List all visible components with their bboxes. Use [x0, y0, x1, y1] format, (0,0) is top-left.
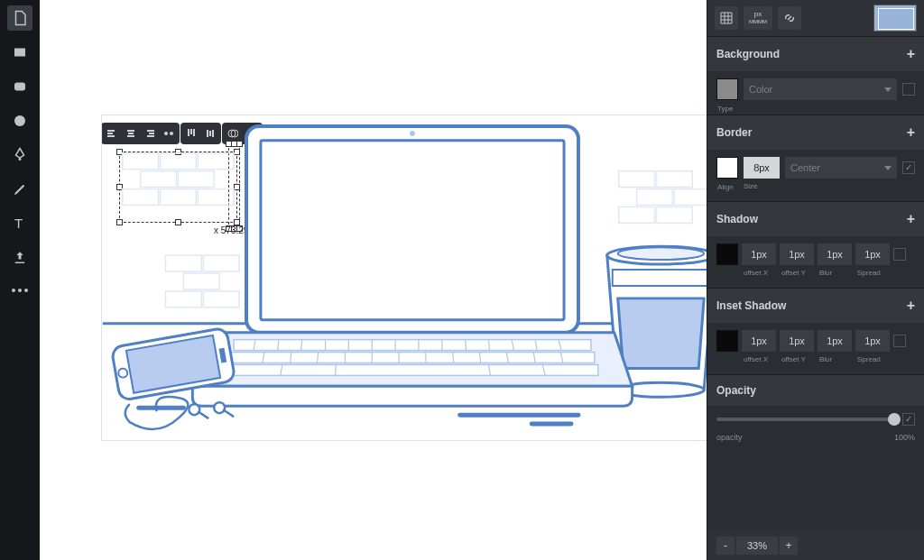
svg-point-91: [214, 402, 225, 413]
opacity-value: 100%: [894, 433, 915, 442]
page-tool[interactable]: [7, 5, 32, 31]
svg-rect-33: [619, 171, 655, 188]
inspector-panel: px MMMM Background + Color: [707, 0, 924, 560]
units-button[interactable]: px MMMM: [744, 6, 772, 30]
shadow-color-swatch[interactable]: [716, 243, 738, 265]
section-title: Opacity: [716, 384, 756, 397]
svg-rect-26: [161, 153, 197, 170]
type-sublabel: Type: [716, 104, 734, 114]
grid-toggle-button[interactable]: [715, 6, 738, 30]
section-title: Background: [716, 48, 780, 60]
navigator-thumbnail[interactable]: [873, 5, 917, 32]
inset-offset-y-input[interactable]: 1px: [780, 330, 814, 352]
section-border: Border + 8px Center S: [707, 115, 924, 201]
illustration: [102, 115, 707, 440]
background-enabled-checkbox[interactable]: [902, 83, 915, 96]
border-color-swatch[interactable]: [716, 157, 738, 179]
inset-shadow-enabled-checkbox[interactable]: [893, 335, 906, 347]
shadow-offset-y-input[interactable]: 1px: [780, 243, 814, 265]
svg-point-52: [410, 131, 415, 136]
section-title: Border: [716, 126, 752, 139]
svg-rect-35: [637, 189, 673, 206]
svg-point-48: [618, 247, 704, 260]
size-sublabel: Size: [744, 182, 780, 190]
opacity-enabled-checkbox[interactable]: [902, 413, 915, 426]
text-tool[interactable]: T: [7, 211, 32, 236]
pencil-tool[interactable]: [7, 177, 32, 202]
add-background-button[interactable]: +: [907, 46, 915, 62]
border-size-input[interactable]: 8px: [744, 157, 780, 179]
inset-offset-x-input[interactable]: 1px: [742, 330, 776, 352]
zoom-value[interactable]: 33%: [736, 537, 778, 555]
svg-rect-54: [230, 353, 595, 363]
svg-rect-36: [674, 189, 707, 206]
svg-rect-25: [123, 153, 159, 170]
section-inset-shadow: Inset Shadow + 1px 1px 1px 1px offset X …: [707, 288, 924, 374]
inset-shadow-color-swatch[interactable]: [716, 330, 738, 352]
add-border-button[interactable]: +: [907, 124, 915, 141]
upload-tool[interactable]: [7, 245, 32, 271]
add-shadow-button[interactable]: +: [907, 211, 915, 227]
section-title: Inset Shadow: [716, 299, 786, 312]
tool-column: T: [0, 0, 40, 560]
rect-tool[interactable]: [7, 40, 32, 65]
lbl-spread: Spread: [857, 269, 892, 277]
svg-rect-43: [203, 291, 239, 308]
shadow-spread-input[interactable]: 1px: [855, 243, 890, 265]
svg-rect-1: [14, 83, 25, 91]
svg-rect-30: [123, 189, 159, 206]
lbl-offset-y: offset Y: [781, 269, 816, 277]
lbl-blur: Blur: [819, 269, 854, 277]
slider-thumb[interactable]: [888, 413, 901, 426]
select-label: Color: [749, 84, 772, 95]
opacity-label: opacity: [716, 433, 743, 442]
border-align-select[interactable]: Center: [785, 157, 897, 179]
ellipse-tool[interactable]: [7, 108, 32, 133]
svg-rect-38: [656, 207, 692, 223]
svg-rect-34: [656, 171, 692, 188]
svg-rect-28: [141, 171, 177, 188]
background-swatch[interactable]: [716, 78, 738, 100]
lbl-offset-x: offset X: [744, 355, 778, 363]
svg-rect-42: [166, 291, 202, 308]
svg-point-90: [189, 404, 199, 415]
align-sublabel: Align: [716, 182, 735, 192]
unit-label-bottom: MMMM: [749, 18, 767, 25]
lbl-blur: Blur: [819, 355, 854, 363]
zoom-out-button[interactable]: -: [716, 537, 735, 555]
background-color-select[interactable]: Color: [744, 78, 897, 100]
inset-spread-input[interactable]: 1px: [855, 330, 890, 352]
opacity-slider[interactable]: [716, 413, 895, 426]
artboard[interactable]: [101, 115, 707, 441]
zoom-in-button[interactable]: +: [780, 537, 798, 555]
svg-rect-29: [178, 171, 214, 188]
round-rect-tool[interactable]: [7, 74, 32, 99]
chevron-down-icon: [884, 87, 892, 92]
chevron-down-icon: [884, 166, 892, 170]
section-shadow: Shadow + 1px 1px 1px 1px offset X offset: [707, 201, 924, 288]
shadow-blur-input[interactable]: 1px: [818, 243, 852, 265]
more-tools[interactable]: [7, 285, 32, 310]
shadow-enabled-checkbox[interactable]: [893, 248, 906, 261]
svg-rect-39: [166, 255, 202, 271]
svg-point-3: [19, 158, 22, 161]
section-background: Background + Color Type: [707, 36, 924, 115]
pen-tool[interactable]: [7, 142, 32, 168]
link-button[interactable]: [778, 6, 801, 30]
svg-rect-37: [619, 207, 655, 223]
lbl-offset-y: offset Y: [781, 355, 816, 363]
svg-point-2: [14, 115, 25, 126]
inspector-top-tools: px MMMM: [707, 0, 924, 36]
shadow-offset-x-input[interactable]: 1px: [742, 243, 776, 265]
lbl-offset-x: offset X: [744, 269, 778, 277]
border-enabled-checkbox[interactable]: [902, 161, 915, 174]
unit-label-top: px: [754, 11, 762, 18]
inset-blur-input[interactable]: 1px: [818, 330, 852, 352]
add-inset-shadow-button[interactable]: +: [907, 298, 915, 314]
zoom-bar: - 33% +: [707, 531, 924, 560]
canvas-wrap: x 573.29, y 433.01: [40, 0, 707, 560]
svg-rect-0: [14, 49, 25, 57]
section-title: Shadow: [716, 213, 758, 225]
canvas[interactable]: x 573.29, y 433.01: [40, 0, 707, 560]
svg-rect-40: [203, 255, 239, 271]
